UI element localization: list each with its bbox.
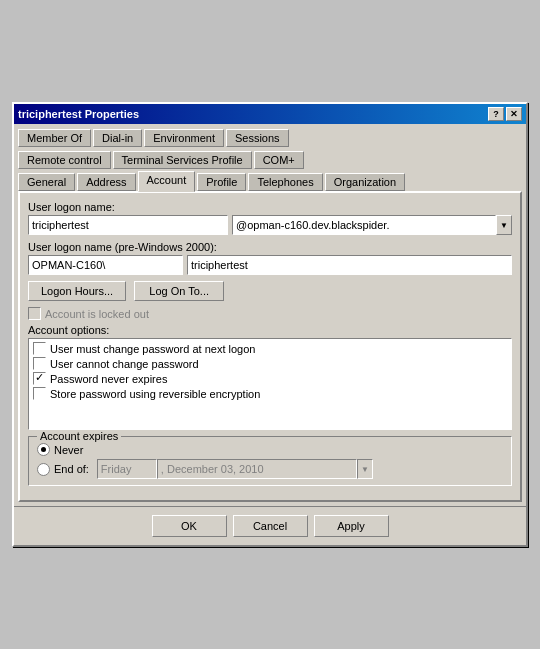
content-area: User logon name: ▼ User logon name (pre-… xyxy=(18,191,522,502)
option-checkbox-3[interactable] xyxy=(33,387,46,400)
never-label: Never xyxy=(54,444,83,456)
account-expires-group: Account expires Never End of: ▼ xyxy=(28,436,512,486)
list-item-3: Store password using reversible encrypti… xyxy=(31,386,507,401)
option-label-1: User cannot change password xyxy=(50,358,199,370)
option-label-2: Password never expires xyxy=(50,373,167,385)
tab-account[interactable]: Account xyxy=(138,171,196,192)
tab-telephones[interactable]: Telephones xyxy=(248,173,322,191)
list-item-2: Password never expires xyxy=(31,371,507,386)
tab-environment[interactable]: Environment xyxy=(144,129,224,147)
account-options-label: Account options: xyxy=(28,324,512,336)
tab-organization[interactable]: Organization xyxy=(325,173,405,191)
end-of-day-input xyxy=(97,459,157,479)
help-button[interactable]: ? xyxy=(488,107,504,121)
account-expires-title: Account expires xyxy=(37,430,121,442)
account-options-section: Account options: User must change passwo… xyxy=(28,324,512,430)
apply-button[interactable]: Apply xyxy=(314,515,389,537)
list-item-1: User cannot change password xyxy=(31,356,507,371)
pre2000-label: User logon name (pre-Windows 2000): xyxy=(28,241,512,253)
option-checkbox-2[interactable] xyxy=(33,372,46,385)
option-checkbox-0[interactable] xyxy=(33,342,46,355)
locked-out-row: Account is locked out xyxy=(28,307,512,320)
tab-sessions[interactable]: Sessions xyxy=(226,129,289,147)
title-bar-buttons: ? ✕ xyxy=(488,107,522,121)
domain-dropdown-container: ▼ xyxy=(232,215,512,235)
tab-com-plus[interactable]: COM+ xyxy=(254,151,304,169)
tab-address[interactable]: Address xyxy=(77,173,135,191)
account-options-inner[interactable]: User must change password at next logon … xyxy=(31,341,509,427)
end-of-date-dropdown-btn: ▼ xyxy=(357,459,373,479)
cancel-button[interactable]: Cancel xyxy=(233,515,308,537)
bottom-bar: OK Cancel Apply xyxy=(14,506,526,545)
end-of-row: End of: ▼ xyxy=(37,459,503,479)
tab-profile[interactable]: Profile xyxy=(197,173,246,191)
pre2000-prefix-input[interactable] xyxy=(28,255,183,275)
window-title: triciphertest Properties xyxy=(18,108,139,120)
tab-general[interactable]: General xyxy=(18,173,75,191)
log-on-to-button[interactable]: Log On To... xyxy=(134,281,224,301)
account-options-list: User must change password at next logon … xyxy=(28,338,512,430)
close-button[interactable]: ✕ xyxy=(506,107,522,121)
pre2000-name-input[interactable] xyxy=(187,255,512,275)
pre2000-row xyxy=(28,255,512,275)
end-of-radio[interactable] xyxy=(37,463,50,476)
logon-buttons-row: Logon Hours... Log On To... xyxy=(28,281,512,301)
end-of-label: End of: xyxy=(54,463,89,475)
domain-dropdown-button[interactable]: ▼ xyxy=(496,215,512,235)
tab-member-of[interactable]: Member Of xyxy=(18,129,91,147)
main-window: triciphertest Properties ? ✕ Member Of D… xyxy=(12,102,528,547)
locked-out-label: Account is locked out xyxy=(45,308,149,320)
locked-out-checkbox xyxy=(28,307,41,320)
option-label-3: Store password using reversible encrypti… xyxy=(50,388,260,400)
list-item-0: User must change password at next logon xyxy=(31,341,507,356)
ok-button[interactable]: OK xyxy=(152,515,227,537)
logon-name-row: ▼ xyxy=(28,215,512,235)
end-of-date-input xyxy=(157,459,357,479)
logon-hours-button[interactable]: Logon Hours... xyxy=(28,281,126,301)
option-checkbox-1[interactable] xyxy=(33,357,46,370)
never-radio[interactable] xyxy=(37,443,50,456)
tab-terminal-services[interactable]: Terminal Services Profile xyxy=(113,151,252,169)
tab-remote-control[interactable]: Remote control xyxy=(18,151,111,169)
tab-dial-in[interactable]: Dial-in xyxy=(93,129,142,147)
logon-name-label: User logon name: xyxy=(28,201,512,213)
domain-input[interactable] xyxy=(232,215,496,235)
logon-name-input[interactable] xyxy=(28,215,228,235)
option-label-0: User must change password at next logon xyxy=(50,343,255,355)
never-row: Never xyxy=(37,443,503,456)
title-bar: triciphertest Properties ? ✕ xyxy=(14,104,526,124)
